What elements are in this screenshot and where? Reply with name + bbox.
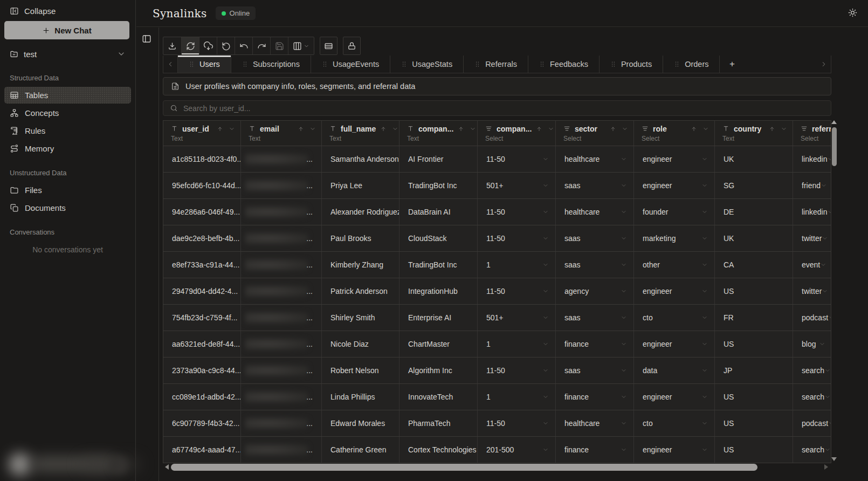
tab-usageevents[interactable]: UsageEvents xyxy=(311,56,390,73)
cell-full_name[interactable]: Robert Nelson xyxy=(321,358,399,383)
cell-country[interactable]: US xyxy=(714,278,793,304)
cell-company_size[interactable]: 11-50 xyxy=(477,410,555,436)
cell-full_name[interactable]: Patrick Anderson xyxy=(321,278,399,304)
cell-country[interactable]: CA xyxy=(714,252,793,278)
cell-email[interactable]: ... xyxy=(240,305,321,331)
redo-button[interactable] xyxy=(252,37,270,54)
cell-full_name[interactable]: Edward Morales xyxy=(321,410,399,436)
cell-company_size[interactable]: 201-500 xyxy=(477,437,555,463)
refresh-button[interactable] xyxy=(181,37,199,54)
cell-email[interactable]: ... xyxy=(240,358,321,383)
cell-country[interactable]: US xyxy=(714,410,793,436)
cell-full_name[interactable]: Shirley Smith xyxy=(321,305,399,331)
cell-company_size[interactable]: 1 xyxy=(477,331,555,357)
horizontal-scrollbar[interactable] xyxy=(165,463,828,471)
cell-country[interactable]: JP xyxy=(714,358,793,383)
tab-subscriptions[interactable]: Subscriptions xyxy=(231,56,311,73)
cell-referral[interactable]: podcast xyxy=(793,305,831,331)
cell-referral[interactable]: search xyxy=(793,358,831,383)
sidebar-item-concepts[interactable]: Concepts xyxy=(4,105,131,121)
scroll-up-arrow-icon[interactable] xyxy=(831,120,837,124)
cell-sector[interactable]: saas xyxy=(555,173,633,198)
tab-referrals[interactable]: Referrals xyxy=(463,56,528,73)
column-header-full_name[interactable]: full_nameText xyxy=(321,121,399,146)
cell-user_id[interactable]: 94e286a6-046f-49... xyxy=(163,199,240,225)
cell-user_id[interactable]: a67749c4-aaad-47... xyxy=(163,437,240,463)
cell-country[interactable]: UK xyxy=(714,225,793,251)
cell-referral[interactable]: search xyxy=(793,437,831,463)
cell-email[interactable]: ... xyxy=(240,225,321,251)
sidebar-item-memory[interactable]: Memory xyxy=(4,140,131,157)
cell-company_size[interactable]: 11-50 xyxy=(477,199,555,225)
cell-country[interactable]: FR xyxy=(714,305,793,331)
cell-role[interactable]: engineer xyxy=(633,173,714,198)
cell-company_name[interactable]: TradingBot Inc xyxy=(399,252,477,278)
tab-usagestats[interactable]: UsageStats xyxy=(390,56,463,73)
cell-role[interactable]: engineer xyxy=(633,437,714,463)
cell-role[interactable]: data xyxy=(633,358,714,383)
cell-country[interactable]: US xyxy=(714,331,793,357)
cell-email[interactable]: ... xyxy=(240,146,321,172)
cell-user_id[interactable]: 95efcd66-fc10-44d... xyxy=(163,173,240,198)
tab-users[interactable]: Users xyxy=(177,56,231,73)
cell-company_name[interactable]: ChartMaster xyxy=(399,331,477,357)
column-header-sector[interactable]: sectorSelect xyxy=(555,121,633,146)
cell-sector[interactable]: saas xyxy=(555,252,633,278)
cell-email[interactable]: ... xyxy=(240,437,321,463)
tab-orders[interactable]: Orders xyxy=(663,56,719,73)
cell-full_name[interactable]: Priya Lee xyxy=(321,173,399,198)
cell-user_id[interactable]: 754fb23d-c759-4f... xyxy=(163,305,240,331)
cell-email[interactable]: ... xyxy=(240,278,321,304)
cell-company_size[interactable]: 11-50 xyxy=(477,146,555,172)
cell-email[interactable]: ... xyxy=(240,252,321,278)
sidebar-item-tables[interactable]: Tables xyxy=(4,87,131,104)
save-button[interactable] xyxy=(270,37,288,54)
cell-referral[interactable]: twitter xyxy=(793,225,831,251)
cell-email[interactable]: ... xyxy=(240,410,321,436)
cell-sector[interactable]: healthcare xyxy=(555,410,633,436)
cell-user_id[interactable]: e8ef733a-c91a-44... xyxy=(163,252,240,278)
column-header-user_id[interactable]: user_idText xyxy=(163,121,240,146)
cell-referral[interactable]: twitter xyxy=(793,278,831,304)
cell-company_name[interactable]: DataBrain AI xyxy=(399,199,477,225)
cell-company_size[interactable]: 1 xyxy=(477,252,555,278)
search-input[interactable] xyxy=(183,104,824,113)
horizontal-scrollbar-thumb[interactable] xyxy=(171,464,757,471)
cell-company_size[interactable]: 11-50 xyxy=(477,358,555,383)
cell-sector[interactable]: saas xyxy=(555,225,633,251)
tabs-scroll-left-button[interactable] xyxy=(163,56,177,73)
cell-role[interactable]: other xyxy=(633,252,714,278)
cell-sector[interactable]: agency xyxy=(555,278,633,304)
vertical-scrollbar-thumb[interactable] xyxy=(832,127,837,166)
cell-company_name[interactable]: AI Frontier xyxy=(399,146,477,172)
scroll-left-arrow-icon[interactable] xyxy=(165,464,169,470)
new-chat-button[interactable]: New Chat xyxy=(4,21,129,39)
cell-email[interactable]: ... xyxy=(240,173,321,198)
cell-user_id[interactable]: 29479d04-dd42-4... xyxy=(163,278,240,304)
cell-role[interactable]: cto xyxy=(633,410,714,436)
cell-sector[interactable]: saas xyxy=(555,305,633,331)
cell-company_name[interactable]: CloudStack xyxy=(399,225,477,251)
cell-user_id[interactable]: a1c85118-d023-4f0... xyxy=(163,146,240,172)
cell-referral[interactable]: event xyxy=(793,252,831,278)
cell-company_name[interactable]: TradingBot Inc xyxy=(399,173,477,198)
column-header-company_size[interactable]: compan...Select xyxy=(477,121,555,146)
cell-role[interactable]: engineer xyxy=(633,384,714,410)
add-tab-button[interactable]: + xyxy=(719,56,744,73)
cell-company_name[interactable]: PharmaTech xyxy=(399,410,477,436)
cell-referral[interactable]: search xyxy=(793,384,831,410)
scroll-right-arrow-icon[interactable] xyxy=(824,464,828,470)
cell-referral[interactable]: podcast xyxy=(793,410,831,436)
cell-country[interactable]: UK xyxy=(714,146,793,172)
toggle-panel-button[interactable] xyxy=(142,34,151,45)
cell-full_name[interactable]: Samantha Anderson xyxy=(321,146,399,172)
cell-role[interactable]: founder xyxy=(633,199,714,225)
cell-full_name[interactable]: Kimberly Zhang xyxy=(321,252,399,278)
tab-feedbacks[interactable]: Feedbacks xyxy=(528,56,599,73)
tab-products[interactable]: Products xyxy=(599,56,663,73)
cell-full_name[interactable]: Linda Phillips xyxy=(321,384,399,410)
sidebar-item-documents[interactable]: Documents xyxy=(4,200,131,216)
cell-referral[interactable]: friend xyxy=(793,173,831,198)
collapse-sidebar-button[interactable]: Collapse xyxy=(0,0,135,16)
column-header-company_name[interactable]: compan...Text xyxy=(399,121,477,146)
